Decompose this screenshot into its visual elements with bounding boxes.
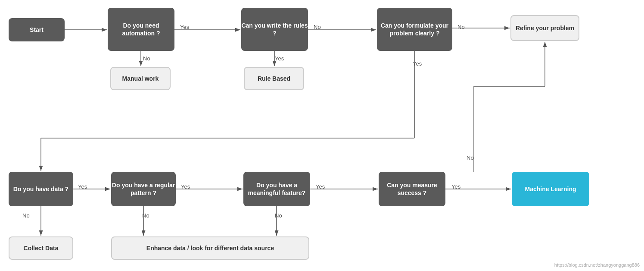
label-yes-5: Yes [181,183,190,190]
label-no-5: No [22,212,30,219]
node-refine-problem: Refine your problem [510,15,579,41]
label-no-6: No [142,212,149,219]
node-write-rules: Can you write the rules ? [241,8,308,51]
label-no-2: No [314,24,321,30]
node-need-automation: Do you need automation ? [108,8,174,51]
label-yes-3: Yes [413,60,422,67]
node-rule-based: Rule Based [244,67,304,90]
label-yes-4: Yes [78,183,87,190]
label-no-3: No [457,24,465,30]
label-no-4: No [467,154,474,161]
node-start: Start [9,18,65,41]
node-measure-success: Can you measure success ? [379,172,445,206]
label-no-7: No [275,212,282,219]
flowchart: Start Do you need automation ? Can you w… [0,0,644,271]
node-machine-learning: Machine Learning [512,172,589,206]
node-regular-pattern: Do you have a regular pattern ? [111,172,176,206]
node-enhance-data: Enhance data / look for different data s… [111,236,309,260]
credit-text: https://blog.csdn.net/zhangyonggang886 [554,262,640,268]
node-meaningful-feature: Do you have a meaningful feature? [243,172,310,206]
node-have-data: Do you have data ? [9,172,73,206]
node-formulate-problem: Can you formulate your problem clearly ? [377,8,452,51]
label-yes-2: Yes [275,55,284,62]
label-no-1: No [143,55,150,62]
label-yes-6: Yes [316,183,325,190]
label-yes-7: Yes [451,183,460,190]
node-collect-data: Collect Data [9,236,73,260]
node-manual-work: Manual work [110,67,171,90]
label-yes-1: Yes [180,24,189,30]
